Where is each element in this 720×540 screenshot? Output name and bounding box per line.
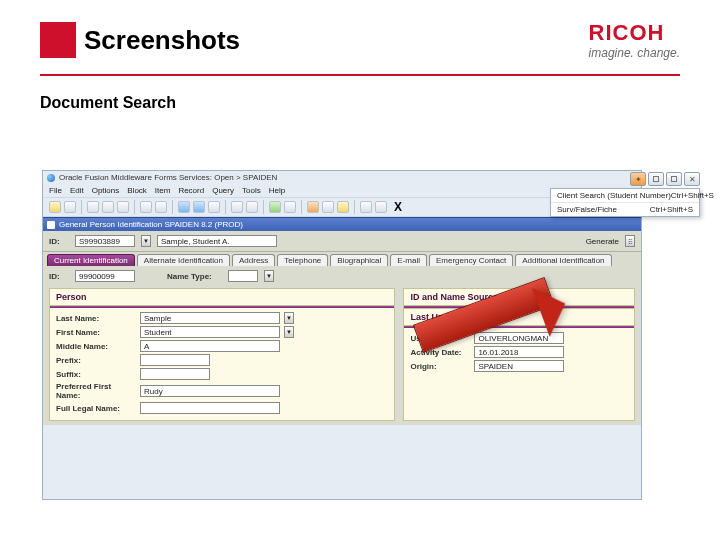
user-label: User: (410, 334, 470, 343)
suffix-field[interactable] (140, 368, 210, 380)
xtra2-icon[interactable] (322, 201, 334, 213)
subwindow-title-text: General Person Identification SPAIDEN 8.… (59, 220, 243, 229)
tab-telephone[interactable]: Telephone (277, 254, 328, 266)
ctx-client-search[interactable]: Client Search (Student Number) Ctrl+Shif… (551, 189, 699, 202)
preferred-first-name-label: Preferred First Name: (56, 382, 136, 400)
person-header: Person (50, 289, 394, 306)
prev-record-icon[interactable] (140, 201, 152, 213)
commit-icon[interactable] (269, 201, 281, 213)
insert-icon[interactable] (102, 201, 114, 213)
xtra4-icon[interactable] (375, 201, 387, 213)
brand-tagline: imagine. change. (589, 46, 680, 60)
separator (301, 200, 302, 214)
xtra3-icon[interactable] (360, 201, 372, 213)
full-legal-name-label: Full Legal Name: (56, 404, 136, 413)
tabstrip: Current Identification Alternate Identif… (43, 252, 641, 266)
menu-block[interactable]: Block (127, 186, 147, 195)
last-name-dropdown[interactable]: ▼ (284, 312, 294, 324)
menu-query[interactable]: Query (212, 186, 234, 195)
generate-button[interactable]: ⠿ (625, 235, 635, 247)
separator (263, 200, 264, 214)
activity-date-field: 16.01.2018 (474, 346, 564, 358)
activity-date-label: Activity Date: (410, 348, 470, 357)
last-name-label: Last Name: (56, 314, 136, 323)
tab-emergency-contact[interactable]: Emergency Contact (429, 254, 513, 266)
context-menu: Client Search (Student Number) Ctrl+Shif… (550, 188, 700, 217)
prev-block-icon[interactable] (231, 201, 243, 213)
source-card: ID and Name Source Last Update User:OLIV… (403, 288, 635, 421)
full-legal-name-field[interactable] (140, 402, 280, 414)
xtra1-icon[interactable] (307, 201, 319, 213)
enter-query-icon[interactable] (178, 201, 190, 213)
name-field[interactable]: Sample, Student A. (157, 235, 277, 247)
ctx-accel: Ctrl+Shift+S (671, 191, 714, 200)
source-header: ID and Name Source (404, 289, 634, 306)
separator (354, 200, 355, 214)
brand-square (40, 22, 76, 58)
ctx-surv-false-fiche[interactable]: Surv/False/Fiche Ctrl+Shift+S (551, 202, 699, 216)
origin-label: Origin: (410, 362, 470, 371)
delete-icon[interactable] (117, 201, 129, 213)
middle-name-label: Middle Name: (56, 342, 136, 351)
id-label: ID: (49, 237, 69, 246)
close-icon[interactable]: X (394, 201, 402, 213)
menu-record[interactable]: Record (178, 186, 204, 195)
menu-edit[interactable]: Edit (70, 186, 84, 195)
tab-address[interactable]: Address (232, 254, 275, 266)
tab-biographical[interactable]: Biographical (330, 254, 388, 266)
select-icon[interactable] (87, 201, 99, 213)
origin-field: SPAIDEN (474, 360, 564, 372)
tab-current-identification[interactable]: Current Identification (47, 254, 135, 266)
form-icon (47, 221, 55, 229)
preferred-first-name-field[interactable]: Rudy (140, 385, 280, 397)
prefix-field[interactable] (140, 354, 210, 366)
separator (225, 200, 226, 214)
id2-field[interactable]: 99900099 (75, 270, 135, 282)
execute-query-icon[interactable] (193, 201, 205, 213)
first-name-field[interactable]: Student (140, 326, 280, 338)
cancel-query-icon[interactable] (208, 201, 220, 213)
menu-file[interactable]: File (49, 186, 62, 195)
popup-action-icon[interactable]: ✦ (630, 172, 646, 186)
first-name-dropdown[interactable]: ▼ (284, 326, 294, 338)
menu-options[interactable]: Options (92, 186, 120, 195)
popup-close-icon[interactable]: ✕ (684, 172, 700, 186)
app-icon (47, 174, 55, 182)
menu-help[interactable]: Help (269, 186, 285, 195)
tab-alternate-identification[interactable]: Alternate Identification (137, 254, 230, 266)
id-field[interactable]: S99903889 (75, 235, 135, 247)
save-icon[interactable] (49, 201, 61, 213)
name-type-field[interactable] (228, 270, 258, 282)
form-body: ID: 99900099 Name Type: ▼ Person Last Na… (43, 266, 641, 425)
ctx-label: Client Search (Student Number) (557, 191, 671, 200)
next-block-icon[interactable] (246, 201, 258, 213)
menu-item[interactable]: Item (155, 186, 171, 195)
suffix-label: Suffix: (56, 370, 136, 379)
last-update-header: Last Update (404, 308, 634, 326)
popup-toolbar: ✦ ✕ (550, 172, 700, 186)
next-record-icon[interactable] (155, 201, 167, 213)
menu-tools[interactable]: Tools (242, 186, 261, 195)
separator (81, 200, 82, 214)
first-name-label: First Name: (56, 328, 136, 337)
separator (172, 200, 173, 214)
brand-logo: RICOH imagine. change. (589, 20, 680, 60)
name-type-label: Name Type: (167, 272, 222, 281)
id-lookup-button[interactable]: ▼ (141, 235, 151, 247)
help-icon[interactable] (337, 201, 349, 213)
name-type-dropdown[interactable]: ▼ (264, 270, 274, 282)
app-window: Oracle Fusion Middleware Forms Services:… (42, 170, 642, 500)
page-title: Screenshots (84, 25, 240, 56)
last-name-field[interactable]: Sample (140, 312, 280, 324)
popup-max-icon[interactable] (666, 172, 682, 186)
tab-additional-identification[interactable]: Additional Identification (515, 254, 611, 266)
id2-label: ID: (49, 272, 69, 281)
tab-email[interactable]: E-mail (390, 254, 427, 266)
popup-min-icon[interactable] (648, 172, 664, 186)
context-popup: ✦ ✕ Client Search (Student Number) Ctrl+… (550, 172, 700, 217)
rollback-icon[interactable] (64, 201, 76, 213)
print-icon[interactable] (284, 201, 296, 213)
id-row: ID: 99900099 Name Type: ▼ (49, 270, 635, 282)
brand-name: RICOH (589, 20, 680, 46)
middle-name-field[interactable]: A (140, 340, 280, 352)
